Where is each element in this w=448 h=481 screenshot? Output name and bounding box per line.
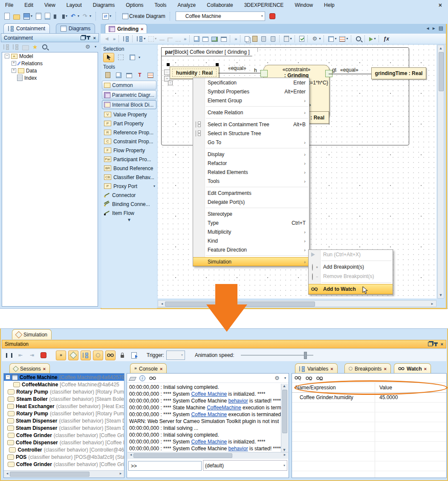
- copy-icon[interactable]: [244, 35, 250, 43]
- clipboard-icon-caret[interactable]: ▾: [290, 37, 292, 41]
- watch-empty-row[interactable]: [292, 422, 446, 432]
- import-export-icon[interactable]: ⇄: [102, 13, 109, 20]
- open-project-icon[interactable]: [12, 12, 21, 20]
- menu-item-display[interactable]: Display›: [193, 150, 309, 159]
- slider-handle[interactable]: [304, 352, 307, 359]
- session-item[interactable]: CoffeeMachine [Coffee Machine@4a6425: [4, 381, 124, 388]
- hscroll-thumb[interactable]: [10, 472, 90, 477]
- lock-button[interactable]: [118, 351, 127, 360]
- print-preview-icon[interactable]: [45, 13, 50, 20]
- submenu-item-add-breakpoint-s-[interactable]: Add Breakpoint(s): [309, 262, 393, 272]
- menu-3dexperience[interactable]: 3DEXPERIENCE: [243, 1, 285, 9]
- menu-item-element-group[interactable]: Element Group›: [193, 96, 309, 105]
- tree-expander-icon[interactable]: +: [12, 61, 16, 66]
- console-link[interactable]: Coffee Machine: [191, 411, 227, 417]
- session-item[interactable]: Steam Boiler(classifier behavior) [Steam…: [4, 395, 124, 403]
- watch-empty-row[interactable]: [292, 432, 446, 442]
- vertical-scrollbar[interactable]: ▲ ▼: [437, 45, 444, 298]
- create-diagram-icon[interactable]: [122, 13, 128, 19]
- window-close-icon[interactable]: ×: [439, 2, 442, 9]
- stamp-tool-icon[interactable]: [103, 71, 113, 79]
- validation-icon[interactable]: [299, 36, 304, 42]
- paste-icon[interactable]: [252, 36, 257, 42]
- watch-empty-row[interactable]: [292, 452, 446, 461]
- scroll-down-icon[interactable]: ▼: [281, 448, 287, 452]
- grid-table-icon[interactable]: [202, 35, 209, 43]
- save-icon-caret[interactable]: ▾: [31, 14, 32, 18]
- watch-glasses-icon[interactable]: [149, 376, 156, 380]
- tree-expander-icon[interactable]: −: [6, 375, 10, 380]
- breakpoints-toggle-button[interactable]: [93, 351, 103, 360]
- text-tool-icon[interactable]: T: [135, 71, 145, 79]
- palette-item-connector[interactable]: Connector: [101, 191, 157, 200]
- palette-item-caret-icon[interactable]: ▾: [153, 185, 155, 188]
- undo-icon[interactable]: ↶: [71, 13, 77, 19]
- menu-item-select-in-structure-tree[interactable]: Select in Structure Tree: [193, 129, 309, 138]
- tab-close-icon[interactable]: ×: [141, 26, 143, 32]
- menu-edit[interactable]: Edit: [23, 1, 34, 9]
- console-toggle-button[interactable]: »: [56, 351, 66, 360]
- console-link[interactable]: behavior: [228, 398, 248, 404]
- session-item[interactable]: Coffee Grinder(classifier behavior) [Cof…: [4, 461, 124, 468]
- collapse-tree-icon[interactable]: [13, 44, 19, 49]
- scope-icon[interactable]: [178, 13, 184, 19]
- scroll-left-icon[interactable]: ◂: [128, 452, 134, 457]
- menu-help[interactable]: Help: [323, 1, 335, 9]
- find-icon[interactable]: [54, 14, 65, 19]
- back-icon[interactable]: ◄: [104, 36, 110, 42]
- tab-simulation[interactable]: Simulation: [12, 329, 52, 339]
- draw-corner-icon[interactable]: [168, 38, 173, 42]
- menu-layout[interactable]: Layout: [66, 1, 83, 9]
- new-project-icon[interactable]: [3, 12, 11, 20]
- import-export-icon[interactable]: ⇄▾: [101, 12, 112, 20]
- split-vertical-tool-icon[interactable]: [114, 71, 123, 79]
- show-elements-icon[interactable]: [328, 36, 334, 42]
- tab-close-icon[interactable]: ×: [160, 366, 162, 371]
- menu-item-type[interactable]: TypeCtrl+T: [193, 218, 309, 227]
- swimlane-tool-icon[interactable]: [124, 71, 134, 79]
- run-simulation-icon[interactable]: ▾: [368, 35, 376, 42]
- tab-close-icon[interactable]: ×: [330, 366, 333, 371]
- layout-icon[interactable]: ▾: [136, 35, 146, 42]
- more-buttons-chevron-icon[interactable]: »: [234, 36, 237, 41]
- align-icon-caret[interactable]: ▾: [155, 37, 156, 41]
- tree-item-model[interactable]: −Model: [2, 52, 98, 60]
- palette-item-proxy-port[interactable]: PProxy Port▾: [101, 182, 157, 191]
- submenu-item-run-ctrl-alt-x-[interactable]: Run (Ctrl+Alt+X): [309, 250, 393, 259]
- hscroll-thumb[interactable]: [133, 453, 232, 458]
- console-vscrollbar[interactable]: ▲ ▼: [281, 384, 288, 452]
- favorites-star-icon[interactable]: ★: [32, 44, 38, 50]
- console-options-gear-icon[interactable]: ⚙: [275, 375, 280, 381]
- submenu-item-remove-breakpoint-s-[interactable]: Remove Breakpoint(s): [309, 272, 393, 281]
- palette-item-item-flow[interactable]: Item Flow: [101, 209, 157, 217]
- scroll-up-icon[interactable]: ▲: [281, 384, 287, 388]
- session-item[interactable]: Controller(classifier behavior) [Control…: [4, 446, 124, 453]
- back-icon[interactable]: ◄: [103, 35, 111, 43]
- close-panel-icon[interactable]: ×: [441, 342, 443, 347]
- print-icon[interactable]: [35, 12, 42, 20]
- horizontal-scrollbar[interactable]: ◂ ▸: [158, 300, 436, 307]
- tab-diagrams[interactable]: Diagrams: [56, 23, 95, 33]
- selection-caret-icon[interactable]: ▾: [139, 56, 140, 62]
- run-simulation-icon-caret[interactable]: ▾: [374, 37, 376, 41]
- legend-icon[interactable]: [339, 36, 345, 42]
- watch-empty-row[interactable]: [292, 412, 446, 422]
- next-tab-icon[interactable]: ▸: [433, 25, 435, 31]
- more-buttons-chevron-icon[interactable]: »: [113, 36, 116, 41]
- animation-speed-slider[interactable]: [241, 355, 313, 356]
- mini-marker-icon[interactable]: ▫: [168, 81, 173, 85]
- menu-diagrams[interactable]: Diagrams: [92, 1, 116, 9]
- step-into-button[interactable]: ⇤: [16, 351, 25, 360]
- execution-scope-combobox[interactable]: Coffee Machine▾: [176, 12, 265, 21]
- menu-item-specification[interactable]: SpecificationEnter: [193, 78, 309, 87]
- menu-item-tools[interactable]: Tools›: [193, 177, 309, 185]
- search-icon[interactable]: [42, 44, 47, 49]
- insert-image-icon[interactable]: [211, 35, 219, 43]
- insert-image-icon[interactable]: [211, 37, 218, 42]
- clear-console-eraser-icon[interactable]: [129, 377, 136, 381]
- remove-watch-glasses-icon[interactable]: [306, 376, 312, 380]
- palette-section-common[interactable]: Common: [102, 81, 156, 90]
- draw-path-icon[interactable]: [175, 35, 182, 43]
- menu-item-multiplicity[interactable]: Multiplicity›: [193, 227, 309, 236]
- session-item[interactable]: −Coffee Machine [Coffee Machine@4a642570…: [4, 374, 124, 381]
